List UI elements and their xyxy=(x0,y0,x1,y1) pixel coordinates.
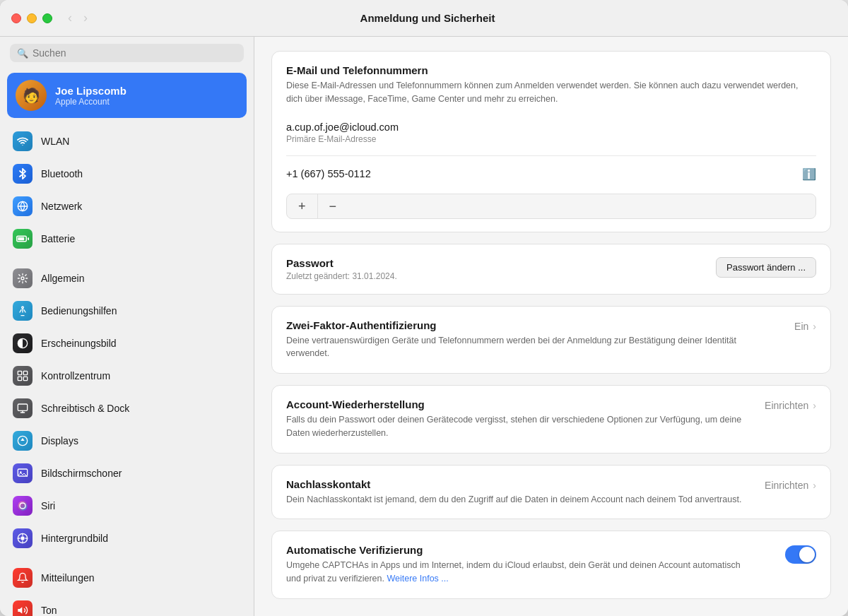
svg-rect-5 xyxy=(18,237,24,241)
sidebar-item-schreibtisch[interactable]: Schreibtisch & Dock xyxy=(4,392,249,425)
svg-marker-21 xyxy=(18,607,22,613)
sidebar-item-label-schreibtisch: Schreibtisch & Dock xyxy=(41,403,129,414)
sidebar-item-netzwerk[interactable]: Netzwerk xyxy=(4,190,249,223)
info-icon[interactable]: ℹ️ xyxy=(802,167,816,181)
bluetooth-icon xyxy=(13,164,33,184)
two-factor-section[interactable]: Zwei-Faktor-Authentifizierung Deine vert… xyxy=(271,306,831,374)
email-section: E-Mail und Telefonnummern Diese E-Mail-A… xyxy=(271,51,831,232)
password-info: Passwort Zuletzt geändert: 31.01.2024. xyxy=(286,257,397,281)
user-profile-item[interactable]: 🧑 Joe Lipscomb Apple Account xyxy=(7,73,247,118)
hintergrundbild-icon xyxy=(13,528,33,548)
two-factor-title: Zwei-Faktor-Authentifizierung xyxy=(286,319,746,331)
sidebar-item-label-netzwerk: Netzwerk xyxy=(41,201,82,212)
email-value: a.cup.of.joe@icloud.com xyxy=(286,122,816,133)
add-remove-row: + − xyxy=(286,194,816,219)
sidebar-item-hintergrundbild[interactable]: Hintergrundbild xyxy=(4,522,249,555)
forward-button[interactable]: › xyxy=(79,9,92,27)
auto-verify-right xyxy=(785,544,816,564)
chevron-right-icon-2: › xyxy=(813,400,816,411)
allgemein-icon xyxy=(13,268,33,288)
sidebar-item-displays[interactable]: Displays xyxy=(4,425,249,457)
sidebar-item-label-kontrollzentrum: Kontrollzentrum xyxy=(41,370,110,381)
sidebar-item-label-hintergrundbild: Hintergrundbild xyxy=(41,533,108,544)
legacy-contact-info: Nachlasskontakt Dein Nachlasskontakt ist… xyxy=(286,478,741,507)
sidebar-item-allgemein[interactable]: Allgemein xyxy=(4,262,249,295)
phone-row: +1 (667) 555-0112 ℹ️ xyxy=(286,162,816,186)
sidebar-item-label-erscheinungsbild: Erscheinungsbild xyxy=(41,338,117,349)
sidebar-item-label-wlan: WLAN xyxy=(41,136,69,147)
svg-point-20 xyxy=(20,536,24,540)
password-section: Passwort Zuletzt geändert: 31.01.2024. P… xyxy=(271,244,831,295)
auto-verify-row: Automatische Verifizierung Umgehe CAPTCH… xyxy=(286,544,816,586)
maximize-button[interactable] xyxy=(42,13,52,23)
sidebar-item-mitteilungen[interactable]: Mitteilungen xyxy=(4,562,249,594)
legacy-contact-right: Einrichten › xyxy=(765,478,816,491)
account-recovery-info: Account-Wiederherstellung Falls du dein … xyxy=(286,398,746,440)
sidebar-item-erscheinungsbild[interactable]: Erscheinungsbild xyxy=(4,327,249,360)
divider xyxy=(286,155,816,156)
window-title: Anmeldung und Sicherheit xyxy=(103,12,752,24)
auto-verify-desc: Umgehe CAPTCHAs in Apps und im Internet,… xyxy=(286,559,746,586)
password-date: Zuletzt geändert: 31.01.2024. xyxy=(286,271,397,281)
close-button[interactable] xyxy=(11,13,21,23)
email-row: a.cup.of.joe@icloud.com Primäre E-Mail-A… xyxy=(286,116,816,150)
sidebar-item-label-bluetooth: Bluetooth xyxy=(41,168,83,179)
account-recovery-section[interactable]: Account-Wiederherstellung Falls du dein … xyxy=(271,385,831,454)
chevron-right-icon-3: › xyxy=(813,480,816,491)
two-factor-info: Zwei-Faktor-Authentifizierung Deine vert… xyxy=(286,319,746,361)
svg-rect-13 xyxy=(18,404,27,410)
two-factor-right: Ein › xyxy=(794,319,816,332)
search-wrap[interactable]: 🔍 xyxy=(10,44,244,62)
sidebar-item-label-ton: Ton xyxy=(41,605,57,616)
avatar: 🧑 xyxy=(16,80,47,111)
legacy-contact-section[interactable]: Nachlasskontakt Dein Nachlasskontakt ist… xyxy=(271,465,831,520)
wlan-icon xyxy=(13,131,33,151)
search-input[interactable] xyxy=(33,47,237,59)
kontrollzentrum-icon xyxy=(13,366,33,386)
add-button[interactable]: + xyxy=(287,194,317,218)
ton-icon xyxy=(13,600,33,616)
auto-verify-info: Automatische Verifizierung Umgehe CAPTCH… xyxy=(286,544,746,586)
auto-verify-title: Automatische Verifizierung xyxy=(286,544,746,556)
sidebar-item-label-allgemein: Allgemein xyxy=(41,273,84,284)
sidebar-item-bluetooth[interactable]: Bluetooth xyxy=(4,158,249,190)
auto-verify-section: Automatische Verifizierung Umgehe CAPTCH… xyxy=(271,531,831,599)
minimize-button[interactable] xyxy=(27,13,37,23)
sidebar-item-kontrollzentrum[interactable]: Kontrollzentrum xyxy=(4,360,249,392)
search-bar: 🔍 xyxy=(0,37,254,70)
change-password-button[interactable]: Passwort ändern ... xyxy=(716,257,816,278)
sidebar-item-label-displays: Displays xyxy=(41,435,78,446)
svg-point-0 xyxy=(22,145,23,146)
account-recovery-right: Einrichten › xyxy=(765,398,816,411)
traffic-lights xyxy=(11,13,52,23)
weitere-infos-link[interactable]: Weitere Infos ... xyxy=(387,574,448,584)
sidebar-item-wlan[interactable]: WLAN xyxy=(4,125,249,158)
search-icon: 🔍 xyxy=(17,48,28,59)
sidebar-item-label-batterie: Batterie xyxy=(41,233,75,244)
sidebar-item-batterie[interactable]: Batterie xyxy=(4,223,249,255)
user-subtitle: Apple Account xyxy=(55,97,126,107)
app-window: ‹ › Anmeldung und Sicherheit 🔍 🧑 Joe Lip… xyxy=(0,0,848,616)
sidebar-list: WLAN Bluetooth xyxy=(0,125,254,616)
two-factor-row[interactable]: Zwei-Faktor-Authentifizierung Deine vert… xyxy=(286,319,816,361)
sidebar-item-label-bildschirmschoner: Bildschirmschoner xyxy=(41,468,122,479)
account-recovery-row[interactable]: Account-Wiederherstellung Falls du dein … xyxy=(286,398,816,440)
remove-button[interactable]: − xyxy=(318,194,348,218)
user-name: Joe Lipscomb xyxy=(55,85,126,97)
sidebar-item-bedienungshilfen[interactable]: Bedienungshilfen xyxy=(4,295,249,327)
sidebar-item-label-mitteilungen: Mitteilungen xyxy=(41,572,95,584)
svg-point-6 xyxy=(21,277,24,280)
svg-rect-11 xyxy=(18,377,21,380)
legacy-contact-row[interactable]: Nachlasskontakt Dein Nachlasskontakt ist… xyxy=(286,478,816,507)
titlebar: ‹ › Anmeldung und Sicherheit xyxy=(0,0,848,37)
back-button[interactable]: ‹ xyxy=(64,9,76,27)
two-factor-status: Ein xyxy=(794,321,808,332)
auto-verify-toggle[interactable] xyxy=(785,545,816,564)
password-row: Passwort Zuletzt geändert: 31.01.2024. P… xyxy=(286,257,816,281)
displays-icon xyxy=(13,431,33,451)
sidebar-item-bildschirmschoner[interactable]: Bildschirmschoner xyxy=(4,457,249,490)
sidebar-item-siri[interactable]: Siri xyxy=(4,490,249,522)
sidebar-item-ton[interactable]: Ton xyxy=(4,594,249,616)
svg-rect-9 xyxy=(18,371,21,374)
sidebar-item-label-bedienungshilfen: Bedienungshilfen xyxy=(41,305,117,316)
